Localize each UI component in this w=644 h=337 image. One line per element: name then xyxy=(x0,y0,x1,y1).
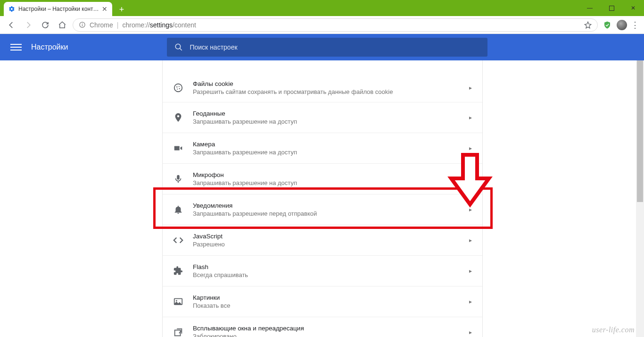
row-popups[interactable]: Всплывающие окна и переадресацияЗаблокир… xyxy=(163,317,482,337)
chevron-right-icon: ▸ xyxy=(469,145,472,152)
svg-point-13 xyxy=(176,300,177,302)
row-javascript[interactable]: JavaScriptРазрешено ▸ xyxy=(163,225,482,255)
row-desc: Запрашивать разрешение на доступ xyxy=(193,149,469,156)
content-area: Файлы cookieРазрешить сайтам сохранять и… xyxy=(0,60,644,337)
chevron-right-icon: ▸ xyxy=(469,298,472,305)
back-button[interactable] xyxy=(5,18,18,32)
profile-avatar[interactable] xyxy=(617,20,627,30)
info-icon xyxy=(79,21,86,28)
close-tab-icon[interactable]: ✕ xyxy=(102,5,107,13)
location-icon xyxy=(173,112,183,123)
chevron-right-icon: ▸ xyxy=(469,84,472,91)
gear-icon xyxy=(8,6,15,12)
row-title: Камера xyxy=(193,141,469,148)
svg-rect-10 xyxy=(174,146,180,150)
chevron-right-icon: ▸ xyxy=(469,206,472,213)
svg-point-4 xyxy=(176,44,181,49)
omnibox-hint: Chrome xyxy=(90,21,113,29)
search-icon xyxy=(174,43,183,51)
code-icon xyxy=(173,235,183,245)
minimize-button[interactable]: — xyxy=(579,0,601,16)
camera-icon xyxy=(173,143,183,153)
row-title: JavaScript xyxy=(193,233,469,240)
maximize-button[interactable] xyxy=(601,0,622,16)
row-camera[interactable]: КамераЗапрашивать разрешение на доступ ▸ xyxy=(163,133,482,163)
row-flash[interactable]: FlashВсегда спрашивать ▸ xyxy=(163,255,482,286)
close-window-button[interactable]: ✕ xyxy=(622,0,644,16)
titlebar: Настройки – Настройки контен ✕ + — ✕ xyxy=(0,0,644,16)
row-desc: Запрашивать разрешение на доступ xyxy=(193,179,469,186)
browser-tab[interactable]: Настройки – Настройки контен ✕ xyxy=(4,2,112,16)
page-title: Настройки xyxy=(31,43,68,51)
row-desc: Разрешить сайтам сохранять и просматрива… xyxy=(193,88,469,95)
row-title: Всплывающие окна и переадресация xyxy=(193,325,469,332)
svg-point-9 xyxy=(179,88,180,89)
watermark: user-life.com xyxy=(592,326,635,334)
image-icon xyxy=(173,296,183,307)
chrome-menu-button[interactable]: ⋮ xyxy=(631,21,639,29)
window-controls: — ✕ xyxy=(579,0,644,16)
svg-point-5 xyxy=(174,84,182,92)
settings-panel: Файлы cookieРазрешить сайтам сохранять и… xyxy=(162,60,483,337)
row-images[interactable]: КартинкиПоказать все ▸ xyxy=(163,286,482,317)
svg-point-7 xyxy=(179,86,180,87)
row-title: Уведомления xyxy=(193,202,469,209)
row-location[interactable]: ГеоданныеЗапрашивать разрешение на досту… xyxy=(163,102,482,133)
cookie-icon xyxy=(173,83,183,93)
row-title: Файлы cookie xyxy=(193,80,469,87)
bell-icon xyxy=(173,204,183,215)
svg-rect-11 xyxy=(177,175,180,180)
settings-header: Настройки Поиск настроек xyxy=(0,34,644,60)
bookmark-star-icon[interactable] xyxy=(584,21,592,29)
row-microphone[interactable]: МикрофонЗапрашивать разрешение на доступ… xyxy=(163,163,482,194)
svg-point-6 xyxy=(176,86,177,87)
home-button[interactable] xyxy=(56,18,69,32)
row-cookies[interactable]: Файлы cookieРазрешить сайтам сохранять и… xyxy=(163,60,482,102)
scrollbar[interactable] xyxy=(636,60,644,337)
svg-rect-0 xyxy=(609,6,614,10)
row-title: Flash xyxy=(193,263,469,270)
row-title: Микрофон xyxy=(193,171,469,178)
puzzle-icon xyxy=(173,266,183,276)
svg-rect-3 xyxy=(82,23,83,24)
row-desc: Показать все xyxy=(193,302,469,309)
tab-title: Настройки – Настройки контен xyxy=(18,6,99,12)
omnibox-url: chrome://settings/content xyxy=(122,21,196,29)
settings-search[interactable]: Поиск настроек xyxy=(167,38,487,57)
scrollbar-thumb[interactable] xyxy=(637,60,643,202)
new-tab-button[interactable]: + xyxy=(115,3,128,16)
row-title: Геоданные xyxy=(193,110,469,117)
toolbar: Chrome | chrome://settings/content ⋮ xyxy=(0,16,644,34)
row-desc: Всегда спрашивать xyxy=(193,271,469,278)
svg-point-8 xyxy=(177,89,178,90)
search-placeholder: Поиск настроек xyxy=(190,43,237,51)
extension-shield-icon[interactable] xyxy=(602,19,613,31)
row-desc: Запрашивать разрешение перед отправкой xyxy=(193,210,469,217)
chevron-right-icon: ▸ xyxy=(469,114,472,121)
chevron-right-icon: ▸ xyxy=(469,176,472,182)
reload-button[interactable] xyxy=(39,18,52,32)
row-desc: Запрашивать разрешение на доступ xyxy=(193,118,469,125)
chevron-right-icon: ▸ xyxy=(469,268,472,274)
row-desc: Заблокировано xyxy=(193,333,469,337)
popup-icon xyxy=(173,327,183,337)
svg-rect-2 xyxy=(82,24,83,26)
menu-icon[interactable] xyxy=(10,42,22,53)
address-bar[interactable]: Chrome | chrome://settings/content xyxy=(73,18,598,32)
chevron-right-icon: ▸ xyxy=(469,329,472,336)
row-notifications[interactable]: УведомленияЗапрашивать разрешение перед … xyxy=(163,194,482,225)
mic-icon xyxy=(173,174,183,184)
forward-button[interactable] xyxy=(22,18,35,32)
row-desc: Разрешено xyxy=(193,241,469,248)
row-title: Картинки xyxy=(193,294,469,301)
chevron-right-icon: ▸ xyxy=(469,237,472,244)
